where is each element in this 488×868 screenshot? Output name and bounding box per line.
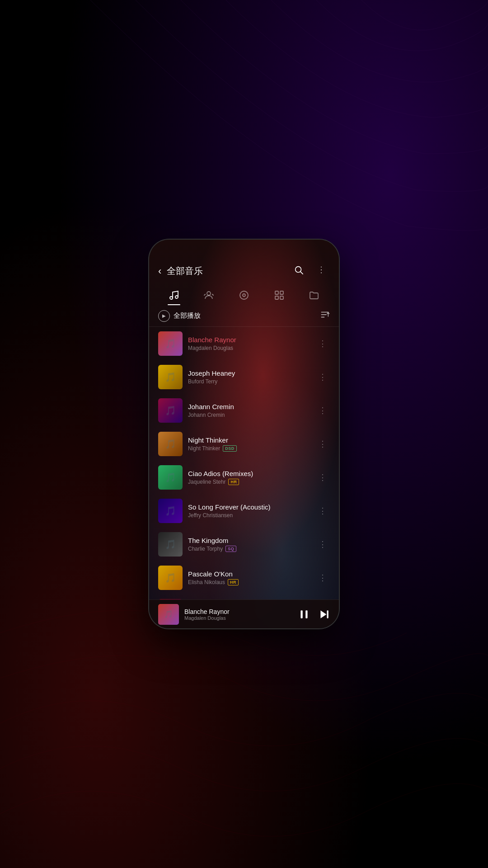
- svg-rect-18: [305, 610, 307, 618]
- list-item[interactable]: 🎵 Ciao Adios (Remixes) Jaqueline Stehr H…: [149, 461, 339, 494]
- tab-artists[interactable]: [192, 286, 227, 305]
- song-more-button[interactable]: ⋮: [316, 405, 330, 416]
- list-item[interactable]: 🎵 Night Thinker Night Thinker DSD ⋮: [149, 427, 339, 461]
- tab-folders[interactable]: [296, 286, 332, 305]
- list-item[interactable]: 🎵 So Long Forever (Acoustic) Jeffry Chri…: [149, 494, 339, 528]
- list-item[interactable]: 🎵 Joseph Heaney Buford Terry ⋮: [149, 360, 339, 394]
- now-playing-artist: Magdalen Douglas: [184, 615, 293, 621]
- song-title: Johann Cremin: [188, 403, 310, 410]
- search-button[interactable]: [290, 263, 307, 279]
- play-all-bar: ▶ 全部播放: [149, 305, 339, 327]
- song-info: Pascale O'Kon Elisha Nikolaus HR: [188, 570, 310, 585]
- list-item[interactable]: 🎵 Blanche Raynor Magdalen Douglas ⋮: [149, 327, 339, 360]
- song-more-button[interactable]: ⋮: [316, 438, 330, 450]
- song-info: The Kingdom Charlie Torphy SQ: [188, 537, 310, 552]
- song-title: The Kingdom: [188, 537, 310, 544]
- song-thumbnail: 🎵: [158, 331, 183, 356]
- song-title: So Long Forever (Acoustic): [188, 503, 310, 511]
- svg-rect-17: [300, 610, 302, 618]
- svg-rect-20: [327, 610, 328, 618]
- song-more-button[interactable]: ⋮: [316, 505, 330, 517]
- song-thumbnail: 🎵: [158, 398, 183, 423]
- svg-point-3: [321, 269, 322, 270]
- song-more-button[interactable]: ⋮: [316, 572, 330, 584]
- quality-badge: HR: [228, 579, 239, 585]
- header: ‹ 全部音乐: [149, 240, 339, 283]
- now-playing-info: Blanche Raynor Magdalen Douglas: [184, 608, 293, 621]
- song-more-button[interactable]: ⋮: [316, 472, 330, 483]
- svg-point-4: [321, 273, 322, 274]
- svg-point-2: [321, 267, 322, 268]
- next-button[interactable]: [318, 609, 330, 620]
- song-title: Ciao Adios (Remixes): [188, 470, 310, 477]
- back-button[interactable]: ‹: [158, 265, 161, 277]
- tab-albums[interactable]: [226, 286, 262, 305]
- now-playing-bar[interactable]: 🎵 Blanche Raynor Magdalen Douglas: [149, 599, 339, 628]
- song-thumbnail: 🎵: [158, 432, 183, 456]
- svg-rect-11: [280, 291, 283, 294]
- list-item[interactable]: 🎵 Pascale O'Kon Elisha Nikolaus HR ⋮: [149, 561, 339, 594]
- song-artist: Johann Cremin: [188, 412, 310, 418]
- song-info: Blanche Raynor Magdalen Douglas: [188, 336, 310, 351]
- play-all-button[interactable]: ▶ 全部播放: [158, 310, 315, 322]
- song-title: Pascale O'Kon: [188, 570, 310, 578]
- list-item[interactable]: 🎵 Ciao Adios (Remixes) Willis Osinski ⋮: [149, 594, 339, 599]
- song-artist: Jeffry Christiansen: [188, 512, 310, 519]
- song-list: 🎵 Blanche Raynor Magdalen Douglas ⋮ 🎵 Jo…: [149, 327, 339, 599]
- song-title: Blanche Raynor: [188, 336, 310, 344]
- song-thumbnail: 🎵: [158, 365, 183, 389]
- song-thumbnail: 🎵: [158, 499, 183, 523]
- svg-rect-10: [275, 291, 278, 294]
- svg-line-1: [300, 272, 303, 274]
- song-artist: Magdalen Douglas: [188, 345, 310, 351]
- song-artist: Charlie Torphy SQ: [188, 546, 310, 552]
- song-artist: Buford Terry: [188, 378, 310, 385]
- song-info: Joseph Heaney Buford Terry: [188, 369, 310, 385]
- list-item[interactable]: 🎵 Johann Cremin Johann Cremin ⋮: [149, 394, 339, 427]
- svg-point-5: [170, 297, 173, 299]
- song-artist: Elisha Nikolaus HR: [188, 579, 310, 585]
- page-title: 全部音乐: [167, 265, 285, 277]
- svg-point-6: [175, 296, 178, 298]
- song-more-button[interactable]: ⋮: [316, 338, 330, 349]
- tab-playlists[interactable]: [262, 286, 297, 305]
- song-info: So Long Forever (Acoustic) Jeffry Christ…: [188, 503, 310, 519]
- song-artist: Night Thinker DSD: [188, 445, 310, 452]
- play-all-label: 全部播放: [174, 311, 201, 320]
- song-thumbnail: 🎵: [158, 465, 183, 490]
- quality-badge: HR: [228, 479, 239, 485]
- svg-point-7: [207, 292, 211, 295]
- song-info: Ciao Adios (Remixes) Jaqueline Stehr HR: [188, 470, 310, 485]
- list-item[interactable]: 🎵 The Kingdom Charlie Torphy SQ ⋮: [149, 528, 339, 561]
- sort-button[interactable]: [320, 310, 330, 322]
- now-playing-title: Blanche Raynor: [184, 608, 293, 615]
- song-artist: Jaqueline Stehr HR: [188, 479, 310, 485]
- song-thumbnail: 🎵: [158, 532, 183, 557]
- svg-point-8: [240, 291, 248, 299]
- more-menu-button[interactable]: [313, 263, 330, 279]
- svg-rect-12: [275, 296, 278, 299]
- quality-badge: DSD: [223, 445, 237, 452]
- svg-rect-13: [280, 296, 283, 299]
- song-info: Johann Cremin Johann Cremin: [188, 403, 310, 418]
- song-info: Night Thinker Night Thinker DSD: [188, 436, 310, 452]
- song-title: Night Thinker: [188, 436, 310, 444]
- tab-bar: [149, 283, 339, 305]
- song-more-button[interactable]: ⋮: [316, 538, 330, 550]
- pause-button[interactable]: [298, 609, 310, 620]
- song-thumbnail: 🎵: [158, 566, 183, 590]
- svg-marker-19: [320, 610, 326, 618]
- play-circle-icon: ▶: [158, 310, 170, 322]
- tab-songs[interactable]: [156, 286, 192, 305]
- quality-badge: SQ: [225, 546, 236, 552]
- svg-point-9: [243, 294, 245, 297]
- song-title: Joseph Heaney: [188, 369, 310, 377]
- playback-controls: [298, 609, 330, 620]
- now-playing-thumbnail: 🎵: [158, 604, 179, 625]
- song-more-button[interactable]: ⋮: [316, 371, 330, 383]
